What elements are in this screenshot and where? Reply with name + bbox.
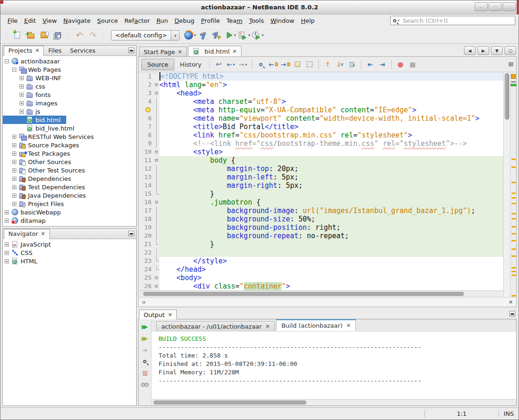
warnings-indicator-icon[interactable]: [511, 74, 516, 79]
expand-toggle-icon[interactable]: +: [20, 93, 24, 97]
code-text[interactable]: background-image: url("images/Istanbul_g…: [159, 207, 503, 215]
tab-services[interactable]: Services: [66, 46, 100, 55]
tree-item-dependencies[interactable]: +Dependencies: [3, 174, 77, 183]
toggle-highlight-button[interactable]: [292, 59, 303, 70]
code-text[interactable]: }: [159, 190, 503, 198]
warning-mark[interactable]: [512, 203, 516, 204]
tab-bid-html[interactable]: bid.html ✕: [188, 46, 242, 56]
gutter[interactable]: 14: [138, 181, 159, 190]
gutter[interactable]: 18: [138, 215, 159, 223]
gutter[interactable]: 20: [138, 232, 159, 240]
save-all-button[interactable]: [52, 29, 64, 41]
document-list-button[interactable]: ▼: [491, 46, 503, 55]
code-text[interactable]: <meta charset="utf-8">: [159, 97, 503, 106]
maximize-button[interactable]: □: [489, 2, 502, 11]
menu-view[interactable]: View: [39, 16, 60, 26]
code-text[interactable]: <meta http-equiv="X-UA-Compatible" conte…: [159, 106, 503, 114]
rerun-with-goals-button[interactable]: ▶▶: [142, 334, 148, 342]
warning-mark[interactable]: [512, 213, 516, 214]
tree-item-web-pages[interactable]: −Web Pages: [3, 65, 67, 74]
code-editor[interactable]: 1<!DOCTYPE html>2⊟<html lang="en">3⊟ <he…: [138, 72, 503, 290]
minimize-panel-icon[interactable]: ▬: [128, 231, 134, 236]
code-line-13[interactable]: 13 margin-left: 5px;: [138, 173, 503, 181]
close-icon[interactable]: ✕: [346, 323, 351, 328]
code-line-25[interactable]: 25⊟ <body>: [138, 274, 503, 282]
close-icon[interactable]: ✕: [41, 231, 45, 236]
warning-mark[interactable]: [512, 193, 516, 194]
expand-toggle-icon[interactable]: +: [5, 259, 9, 263]
tab-actionbazaar-run[interactable]: actionbazaar - /u01/actionbazaar ✕: [156, 321, 275, 331]
shift-left-button[interactable]: ⇤: [365, 59, 376, 70]
minimize-panel-icon[interactable]: ▬: [128, 48, 134, 53]
code-text[interactable]: <title>Bid Portal</title>: [159, 123, 503, 131]
tree-item-test-dependencies[interactable]: +Test Dependencies: [3, 183, 90, 191]
gutter[interactable]: 21: [138, 240, 159, 248]
last-edit-button[interactable]: ↩: [213, 59, 224, 70]
warning-mark[interactable]: [512, 248, 516, 250]
expand-toggle-icon[interactable]: +: [12, 202, 16, 206]
code-text[interactable]: </head>: [159, 265, 503, 274]
menu-tools[interactable]: Tools: [246, 16, 267, 26]
gutter[interactable]: 11⊟: [138, 156, 159, 165]
gutter[interactable]: 8: [138, 131, 159, 139]
source-view-button[interactable]: Source: [141, 59, 174, 70]
stop-macro-button[interactable]: ■: [407, 59, 418, 70]
expand-toggle-icon[interactable]: +: [5, 242, 9, 247]
code-line-15[interactable]: 15 }: [138, 190, 503, 198]
output-options-button[interactable]: ⚙⚙: [140, 381, 149, 389]
code-line-22[interactable]: 22: [138, 248, 503, 257]
gutter[interactable]: 12: [138, 165, 159, 173]
expand-toggle-icon[interactable]: +: [12, 135, 16, 139]
expand-toggle-icon[interactable]: +: [12, 168, 16, 172]
code-text[interactable]: <div class="container">: [159, 282, 503, 290]
scrollbar-thumb[interactable]: [505, 73, 509, 120]
code-line-7[interactable]: 7 <title>Bid Portal</title>: [138, 123, 503, 131]
back-dropdown-icon[interactable]: ▾: [233, 62, 235, 67]
code-line-12[interactable]: 12 margin-top: 20px;: [138, 165, 503, 173]
tree-item-css[interactable]: +CSS: [3, 248, 38, 257]
expand-toggle-icon[interactable]: +: [12, 160, 16, 164]
expand-toggle-icon[interactable]: +: [5, 219, 9, 223]
expand-toggle-icon[interactable]: +: [20, 110, 24, 114]
menu-team[interactable]: Team: [223, 16, 246, 26]
warning-mark[interactable]: [512, 182, 516, 183]
expand-toggle-icon[interactable]: −: [12, 68, 16, 72]
run-dropdown-icon[interactable]: ▾: [234, 33, 236, 37]
gutter[interactable]: 26⊟: [138, 282, 159, 290]
gutter[interactable]: 4: [138, 97, 159, 106]
code-text[interactable]: margin-right: 5px;: [159, 181, 503, 190]
profile-dropdown-icon[interactable]: ▾: [262, 33, 263, 37]
code-line-3[interactable]: 3⊟ <head>: [138, 89, 503, 97]
code-text[interactable]: <!--<link href="css/bootstrap-theme.min.…: [159, 139, 503, 148]
rectangular-selection-button[interactable]: [304, 59, 315, 70]
tree-item-actionbazaar[interactable]: −actionbazaar: [3, 57, 65, 65]
menu-run[interactable]: Run: [153, 16, 171, 26]
menu-window[interactable]: Window: [267, 16, 298, 26]
expand-toggle-icon[interactable]: +: [5, 251, 9, 255]
code-text[interactable]: body {: [159, 156, 503, 165]
code-line-11[interactable]: 11⊟ body {: [138, 156, 503, 165]
scroll-tabs-left-button[interactable]: ◀: [464, 46, 476, 55]
forward-button[interactable]: →▾: [237, 59, 249, 70]
run-project-button[interactable]: ▾: [224, 29, 236, 41]
code-line-20[interactable]: 20 background-repeat: no-repeat;: [138, 232, 503, 240]
menu-source[interactable]: Source: [94, 16, 121, 26]
tree-item-other-test-sources[interactable]: +Other Test Sources: [3, 166, 90, 174]
warning-mark[interactable]: [512, 233, 516, 234]
find-selection-button[interactable]: [256, 59, 267, 70]
gutter[interactable]: 7: [138, 123, 159, 131]
code-line-17[interactable]: 17 background-image: url("images/Istanbu…: [138, 207, 503, 215]
close-icon[interactable]: ✕: [265, 324, 270, 329]
scrollbar-thumb[interactable]: [143, 292, 464, 296]
tree-item-restful-web-services[interactable]: +RESTful Web Services: [3, 132, 99, 141]
debug-project-button[interactable]: 3 ▾: [238, 29, 250, 41]
expand-toggle-icon[interactable]: +: [5, 210, 9, 214]
fold-collapse-icon[interactable]: ⊟: [153, 89, 159, 97]
scrollbar-thumb[interactable]: [153, 400, 306, 405]
back-button[interactable]: ←▾: [225, 59, 236, 70]
code-text[interactable]: <style>: [159, 148, 503, 156]
warning-mark[interactable]: [512, 240, 516, 241]
gutter[interactable]: 9: [138, 139, 159, 148]
code-text[interactable]: <head>: [159, 89, 503, 97]
warning-mark[interactable]: [512, 255, 516, 257]
